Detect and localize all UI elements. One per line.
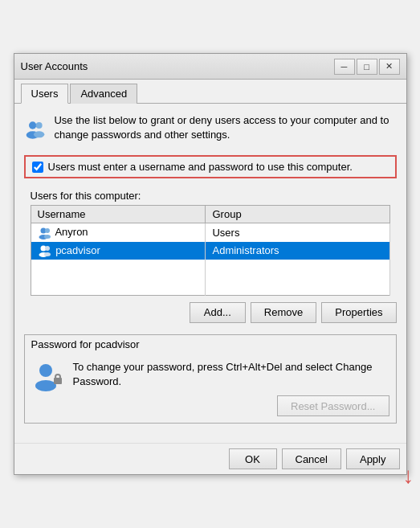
- password-user-icon: [31, 360, 65, 394]
- table-row[interactable]: pcadvisor Administrators: [31, 242, 389, 260]
- tab-advanced[interactable]: Advanced: [70, 84, 137, 104]
- user-row-icon-selected: [38, 244, 51, 257]
- title-bar-controls: ─ □ ✕: [334, 59, 400, 75]
- password-section: Password for pcadvisor To change your pa…: [24, 334, 397, 424]
- password-section-inner: To change your password, press Ctrl+Alt+…: [25, 354, 396, 423]
- svg-point-11: [44, 252, 51, 256]
- password-text: To change your password, press Ctrl+Alt+…: [73, 360, 389, 389]
- password-info: To change your password, press Ctrl+Alt+…: [73, 360, 389, 416]
- group-cell-selected: Administrators: [206, 242, 389, 260]
- empty-row: [31, 277, 389, 295]
- table-row[interactable]: Anyron Users: [31, 223, 389, 242]
- group-cell: Users: [206, 223, 389, 242]
- svg-point-12: [39, 364, 52, 377]
- minimize-button[interactable]: ─: [334, 59, 355, 75]
- user-row-icon: [38, 227, 51, 239]
- svg-rect-15: [55, 375, 60, 379]
- password-btn-row: Reset Password...: [73, 395, 389, 416]
- svg-point-10: [45, 246, 50, 251]
- close-button[interactable]: ✕: [379, 59, 400, 75]
- users-group-title: Users for this computer:: [24, 186, 397, 205]
- properties-button[interactable]: Properties: [321, 302, 396, 323]
- username-cell: pcadvisor: [31, 242, 206, 260]
- svg-point-7: [44, 235, 51, 239]
- tab-bar: Users Advanced: [14, 80, 406, 104]
- password-section-title: Password for pcadvisor: [25, 335, 396, 354]
- apply-container: Apply ↓: [346, 448, 400, 469]
- maximize-button[interactable]: □: [357, 59, 377, 75]
- apply-button[interactable]: Apply: [346, 448, 400, 469]
- username-cell: Anyron: [31, 223, 206, 242]
- checkbox-label: Users must enter a username and password…: [48, 161, 353, 173]
- empty-row: [31, 260, 389, 277]
- remove-button[interactable]: Remove: [251, 302, 316, 323]
- reset-password-button[interactable]: Reset Password...: [277, 395, 389, 416]
- users-group-box: Users for this computer: Username Group: [24, 186, 397, 296]
- window-title: User Accounts: [21, 60, 88, 72]
- must-login-checkbox[interactable]: [32, 162, 43, 173]
- footer-buttons: OK Cancel Apply ↓: [14, 443, 406, 474]
- svg-point-3: [33, 131, 43, 137]
- users-table: Username Group Anyron: [31, 205, 390, 296]
- add-button[interactable]: Add...: [190, 302, 246, 323]
- info-section: Use the list below to grant or deny user…: [24, 113, 397, 147]
- tab-users[interactable]: Users: [21, 84, 69, 104]
- info-text: Use the list below to grant or deny user…: [54, 113, 396, 142]
- checkbox-section: Users must enter a username and password…: [24, 155, 397, 178]
- title-bar: User Accounts ─ □ ✕: [14, 54, 406, 80]
- svg-point-6: [45, 228, 50, 233]
- username-column-header: Username: [31, 206, 206, 223]
- cancel-button[interactable]: Cancel: [282, 448, 341, 469]
- ok-button[interactable]: OK: [229, 448, 277, 469]
- tab-content: Use the list below to grant or deny user…: [14, 104, 406, 443]
- user-accounts-window: User Accounts ─ □ ✕ Users Advanced Use t…: [14, 53, 407, 475]
- user-action-buttons: Add... Remove Properties: [24, 302, 397, 326]
- svg-point-2: [35, 122, 42, 129]
- apply-arrow-icon: ↓: [403, 463, 414, 489]
- group-column-header: Group: [206, 206, 389, 223]
- svg-point-0: [28, 121, 35, 129]
- users-icon: [24, 113, 47, 147]
- svg-point-13: [35, 380, 56, 391]
